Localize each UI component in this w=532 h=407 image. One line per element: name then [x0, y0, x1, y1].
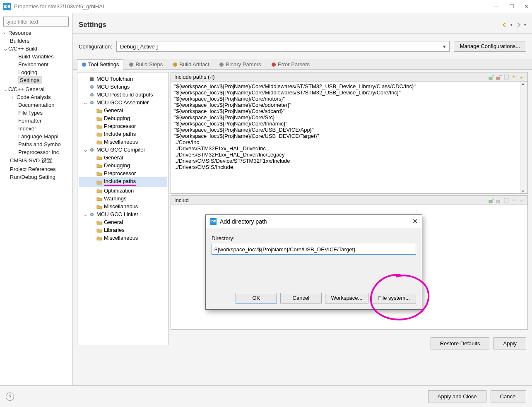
tool-group[interactable]: ⌄MCU GCC Linker — [79, 210, 167, 218]
include-path-entry[interactable]: ../Core/Inc — [174, 139, 524, 145]
tool-item[interactable]: General — [79, 154, 167, 161]
close-icon[interactable]: ✕ — [412, 217, 418, 225]
minimize-icon[interactable]: — — [494, 3, 499, 10]
tool-item[interactable]: Debugging — [79, 114, 167, 122]
ok-button[interactable]: OK — [236, 293, 277, 303]
include-path-entry[interactable]: "${workspace_loc:/${ProjName}/Core/Middl… — [174, 89, 524, 96]
tool-item[interactable]: Debugging — [79, 161, 167, 169]
add-icon[interactable] — [489, 74, 494, 80]
nav-item[interactable]: Settings — [18, 76, 42, 84]
nav-item[interactable]: ›Code Analysis — [2, 93, 71, 101]
forward-icon[interactable] — [515, 22, 522, 28]
tab-error-parsers[interactable]: Error Parsers — [267, 59, 314, 69]
apply-button[interactable]: Apply — [493, 337, 526, 349]
window-title: Properties for stm32f103vet6_grblHAL — [14, 3, 494, 10]
tab-build-steps[interactable]: Build Steps — [124, 59, 167, 69]
tool-item[interactable]: MCU Post build outputs — [79, 91, 167, 99]
dialog-cancel-button[interactable]: Cancel — [280, 293, 322, 303]
tool-group[interactable]: ⌄MCU GCC Compiler — [79, 146, 167, 154]
nav-item[interactable]: ›Resource — [2, 29, 71, 37]
include-path-entry[interactable]: ../Drivers/CMSIS/Device/ST/STM32F1xx/Inc… — [174, 158, 524, 164]
tool-item[interactable]: MCU Settings — [79, 83, 167, 91]
back-menu-icon[interactable]: ▾ — [510, 23, 513, 27]
add-icon[interactable] — [489, 197, 494, 203]
manage-configurations-button[interactable]: Manage Configurations... — [454, 41, 526, 52]
maximize-icon[interactable]: ☐ — [509, 3, 514, 10]
help-icon[interactable]: ? — [6, 393, 14, 401]
nav-item[interactable]: Language Mappi — [2, 132, 71, 140]
include-path-entry[interactable]: "${workspace_loc:/${ProjName}/Core/trina… — [174, 120, 524, 127]
nav-item[interactable]: CMSIS-SVD 设置 — [2, 156, 71, 165]
tool-item[interactable]: Warnings — [79, 195, 167, 202]
tool-settings-tree[interactable]: MCU ToolchainMCU SettingsMCU Post build … — [77, 72, 169, 345]
include-paths-pane: Include paths (-I) "${workspace_loc:/${P… — [171, 72, 528, 194]
include-path-entry[interactable]: "${workspace_loc:/${ProjName}/Core/Src}" — [174, 114, 524, 120]
restore-defaults-button[interactable]: Restore Defaults — [431, 337, 490, 349]
app-icon: IDE — [3, 3, 11, 10]
nav-item[interactable]: ⌄C/C++ Build — [2, 45, 71, 53]
workspace-button[interactable]: Workspace... — [325, 293, 369, 303]
configuration-select[interactable]: Debug [ Active ] — [116, 41, 450, 52]
apply-and-close-button[interactable]: Apply and Close — [428, 390, 486, 402]
include-path-entry[interactable]: "${workspace_loc:/${ProjName}/Core/odome… — [174, 102, 524, 108]
include-path-entry[interactable]: ../Drivers/STM32F1xx_HAL_Driver/Inc — [174, 145, 524, 152]
delete-icon[interactable] — [496, 74, 502, 80]
scrollbar[interactable] — [520, 82, 527, 193]
nav-item[interactable]: File Types — [2, 109, 71, 117]
nav-item[interactable]: Builders — [2, 37, 71, 45]
tool-item[interactable]: Optimization — [79, 187, 167, 195]
tool-item[interactable]: Miscellaneous — [79, 234, 167, 242]
nav-item[interactable]: ⌄C/C++ General — [2, 85, 71, 93]
tool-item[interactable]: Miscellaneous — [79, 138, 167, 146]
move-up-icon[interactable] — [511, 74, 517, 80]
file-system-button[interactable]: File system... — [372, 293, 416, 303]
tool-item[interactable]: Libraries — [79, 226, 167, 234]
edit-icon[interactable] — [503, 74, 509, 80]
nav-item[interactable]: Documentation — [2, 101, 71, 109]
include-path-entry[interactable]: "${workspace_loc:/${ProjName}/Core/USB_D… — [174, 127, 524, 133]
nav-item[interactable]: Indexer — [2, 125, 71, 132]
tool-item[interactable]: General — [79, 218, 167, 226]
tool-item[interactable]: Miscellaneous — [79, 202, 167, 210]
tool-item[interactable]: Include paths — [79, 130, 167, 138]
tab-build-artifact[interactable]: Build Artifact — [168, 59, 214, 69]
include-paths-title: Include paths (-I) — [174, 74, 215, 80]
nav-item[interactable]: Preprocessor Inc — [2, 148, 71, 156]
back-icon[interactable] — [501, 22, 508, 28]
include-path-entry[interactable]: "${workspace_loc:/${ProjName}/Core/sdcar… — [174, 108, 524, 114]
include-path-entry[interactable]: ../Drivers/CMSIS/Include — [174, 164, 524, 170]
forward-menu-icon[interactable]: ▾ — [524, 23, 526, 27]
tool-item[interactable]: Preprocessor — [79, 169, 167, 177]
tab-binary-parsers[interactable]: Binary Parsers — [214, 59, 265, 69]
move-down-icon[interactable] — [518, 74, 524, 80]
filter-input[interactable] — [3, 17, 69, 26]
svg-rect-15 — [489, 77, 492, 79]
nav-item[interactable]: Paths and Symbo — [2, 140, 71, 148]
tool-group[interactable]: ⌄MCU GCC Assembler — [79, 99, 167, 106]
move-up-icon[interactable] — [511, 197, 517, 203]
svg-point-6 — [91, 86, 93, 87]
nav-item[interactable]: Build Variables — [2, 53, 71, 60]
directory-input[interactable] — [212, 244, 416, 255]
configuration-label: Configuration: — [79, 43, 112, 50]
tool-item[interactable]: MCU Toolchain — [79, 75, 167, 83]
include-path-entry[interactable]: "${workspace_loc:/${ProjName}/Core/Middl… — [174, 83, 524, 89]
include-path-entry[interactable]: "${workspace_loc:/${ProjName}/Core/motor… — [174, 96, 524, 102]
close-icon[interactable]: ✕ — [524, 3, 529, 10]
nav-item[interactable]: Project References — [2, 165, 71, 173]
include-path-entry[interactable]: "${workspace_loc:/${ProjName}/Core/USB_D… — [174, 133, 524, 139]
cancel-button[interactable]: Cancel — [491, 390, 526, 402]
delete-icon[interactable] — [496, 197, 502, 203]
tab-tool-settings[interactable]: Tool Settings — [77, 59, 123, 70]
include-path-entry[interactable]: ../Drivers/STM32F1xx_HAL_Driver/Inc/Lega… — [174, 152, 524, 158]
edit-icon[interactable] — [503, 197, 509, 203]
nav-item[interactable]: Run/Debug Setting — [2, 173, 71, 181]
tool-item[interactable]: General — [79, 106, 167, 114]
nav-item[interactable]: Environment — [2, 60, 71, 68]
tool-item[interactable]: Preprocessor — [79, 122, 167, 130]
include-paths-list[interactable]: "${workspace_loc:/${ProjName}/Core/Middl… — [171, 82, 527, 193]
nav-item[interactable]: Logging — [2, 68, 71, 76]
move-down-icon[interactable] — [518, 197, 524, 203]
tool-item[interactable]: Include paths — [79, 177, 167, 187]
nav-item[interactable]: Formatter — [2, 117, 71, 125]
